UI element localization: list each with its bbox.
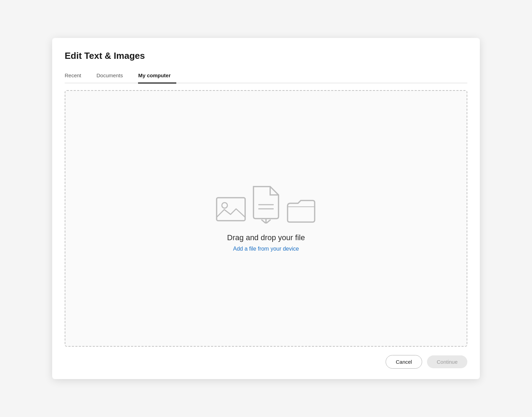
tab-recent[interactable]: Recent	[65, 70, 87, 84]
folder-icon	[285, 196, 317, 223]
svg-rect-0	[217, 198, 245, 221]
tab-my-computer[interactable]: My computer	[138, 70, 176, 84]
continue-button: Continue	[427, 355, 467, 368]
dialog-title: Edit Text & Images	[65, 50, 467, 61]
cancel-button[interactable]: Cancel	[386, 355, 422, 369]
drop-zone[interactable]: Drag and drop your file Add a file from …	[65, 90, 467, 347]
image-icon	[215, 196, 247, 223]
edit-text-images-dialog: Edit Text & Images Recent Documents My c…	[52, 38, 480, 379]
dialog-footer: Cancel Continue	[65, 355, 467, 369]
tab-documents[interactable]: Documents	[97, 70, 129, 84]
svg-point-1	[222, 203, 227, 208]
drop-zone-label: Drag and drop your file	[227, 233, 305, 242]
drop-zone-icons	[215, 185, 317, 223]
document-icon	[249, 185, 283, 223]
add-file-link[interactable]: Add a file from your device	[233, 246, 299, 252]
tab-bar: Recent Documents My computer	[65, 69, 467, 83]
